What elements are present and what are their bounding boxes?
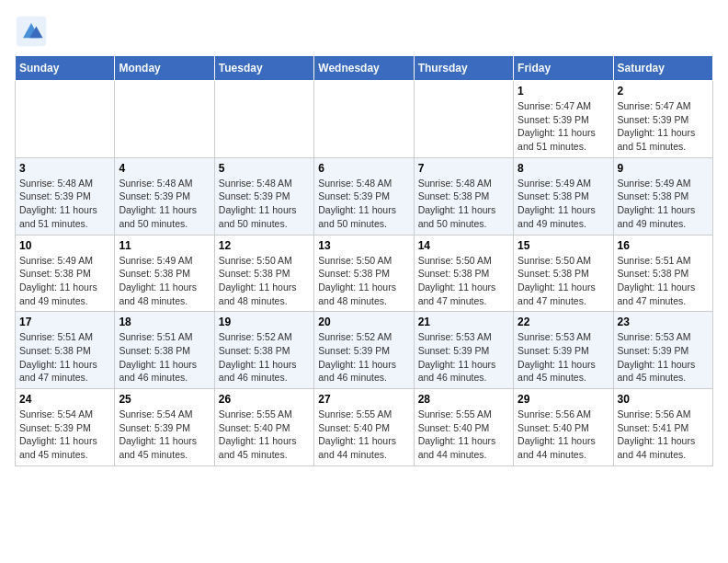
day-number: 28 xyxy=(418,393,509,406)
day-number: 27 xyxy=(318,393,409,406)
calendar-cell xyxy=(16,81,115,158)
calendar-cell: 12Sunrise: 5:50 AM Sunset: 5:38 PM Dayli… xyxy=(214,235,313,312)
calendar-cell: 16Sunrise: 5:51 AM Sunset: 5:38 PM Dayli… xyxy=(613,235,712,312)
calendar-cell: 6Sunrise: 5:48 AM Sunset: 5:39 PM Daylig… xyxy=(314,157,414,235)
calendar-week-row: 3Sunrise: 5:48 AM Sunset: 5:39 PM Daylig… xyxy=(16,157,713,235)
calendar-cell: 29Sunrise: 5:56 AM Sunset: 5:40 PM Dayli… xyxy=(514,389,613,466)
calendar-cell: 15Sunrise: 5:50 AM Sunset: 5:38 PM Dayli… xyxy=(514,235,613,312)
day-info: Sunrise: 5:48 AM Sunset: 5:39 PM Dayligh… xyxy=(318,177,409,231)
day-number: 2 xyxy=(618,85,709,98)
day-number: 3 xyxy=(19,162,110,175)
weekday-header: Monday xyxy=(115,56,214,81)
day-info: Sunrise: 5:56 AM Sunset: 5:41 PM Dayligh… xyxy=(618,408,709,462)
day-number: 29 xyxy=(518,393,609,406)
day-number: 19 xyxy=(219,316,310,328)
day-info: Sunrise: 5:52 AM Sunset: 5:38 PM Dayligh… xyxy=(219,330,310,385)
calendar-cell: 26Sunrise: 5:55 AM Sunset: 5:40 PM Dayli… xyxy=(214,389,313,466)
day-info: Sunrise: 5:48 AM Sunset: 5:39 PM Dayligh… xyxy=(119,177,210,231)
day-info: Sunrise: 5:48 AM Sunset: 5:38 PM Dayligh… xyxy=(418,177,509,231)
calendar-cell: 21Sunrise: 5:53 AM Sunset: 5:39 PM Dayli… xyxy=(414,312,513,389)
day-info: Sunrise: 5:48 AM Sunset: 5:39 PM Dayligh… xyxy=(19,177,110,231)
calendar-cell: 17Sunrise: 5:51 AM Sunset: 5:38 PM Dayli… xyxy=(16,312,115,389)
day-number: 13 xyxy=(318,239,409,252)
calendar-cell: 23Sunrise: 5:53 AM Sunset: 5:39 PM Dayli… xyxy=(613,312,712,389)
day-info: Sunrise: 5:56 AM Sunset: 5:40 PM Dayligh… xyxy=(518,408,609,462)
day-number: 23 xyxy=(618,316,709,328)
calendar-cell: 3Sunrise: 5:48 AM Sunset: 5:39 PM Daylig… xyxy=(16,157,115,235)
calendar-week-row: 1Sunrise: 5:47 AM Sunset: 5:39 PM Daylig… xyxy=(16,81,713,158)
day-number: 1 xyxy=(518,85,609,98)
day-info: Sunrise: 5:49 AM Sunset: 5:38 PM Dayligh… xyxy=(518,177,609,231)
weekday-header: Sunday xyxy=(16,56,115,81)
day-info: Sunrise: 5:49 AM Sunset: 5:38 PM Dayligh… xyxy=(618,177,709,231)
day-info: Sunrise: 5:51 AM Sunset: 5:38 PM Dayligh… xyxy=(119,330,210,385)
day-number: 4 xyxy=(119,162,210,175)
calendar-cell: 14Sunrise: 5:50 AM Sunset: 5:38 PM Dayli… xyxy=(414,235,513,312)
day-number: 21 xyxy=(418,316,509,328)
day-info: Sunrise: 5:53 AM Sunset: 5:39 PM Dayligh… xyxy=(618,330,709,385)
calendar-cell: 1Sunrise: 5:47 AM Sunset: 5:39 PM Daylig… xyxy=(514,81,613,158)
day-info: Sunrise: 5:50 AM Sunset: 5:38 PM Dayligh… xyxy=(219,254,310,308)
day-number: 8 xyxy=(518,162,609,175)
calendar-cell: 20Sunrise: 5:52 AM Sunset: 5:39 PM Dayli… xyxy=(314,312,414,389)
day-info: Sunrise: 5:51 AM Sunset: 5:38 PM Dayligh… xyxy=(19,330,110,385)
day-info: Sunrise: 5:54 AM Sunset: 5:39 PM Dayligh… xyxy=(119,408,210,462)
calendar-cell: 19Sunrise: 5:52 AM Sunset: 5:38 PM Dayli… xyxy=(214,312,313,389)
day-number: 15 xyxy=(518,239,609,252)
day-number: 14 xyxy=(418,239,509,252)
day-info: Sunrise: 5:55 AM Sunset: 5:40 PM Dayligh… xyxy=(318,408,409,462)
calendar-cell: 5Sunrise: 5:48 AM Sunset: 5:39 PM Daylig… xyxy=(214,157,313,235)
calendar-cell: 27Sunrise: 5:55 AM Sunset: 5:40 PM Dayli… xyxy=(314,389,414,466)
logo-icon xyxy=(15,15,48,48)
weekday-header: Saturday xyxy=(613,56,712,81)
day-number: 12 xyxy=(219,239,310,252)
calendar-cell: 24Sunrise: 5:54 AM Sunset: 5:39 PM Dayli… xyxy=(16,389,115,466)
weekday-header: Tuesday xyxy=(214,56,313,81)
day-number: 11 xyxy=(119,239,210,252)
calendar-cell: 13Sunrise: 5:50 AM Sunset: 5:38 PM Dayli… xyxy=(314,235,414,312)
calendar-week-row: 10Sunrise: 5:49 AM Sunset: 5:38 PM Dayli… xyxy=(16,235,713,312)
day-number: 25 xyxy=(119,393,210,406)
day-info: Sunrise: 5:47 AM Sunset: 5:39 PM Dayligh… xyxy=(618,99,709,154)
day-number: 10 xyxy=(19,239,110,252)
day-info: Sunrise: 5:50 AM Sunset: 5:38 PM Dayligh… xyxy=(318,254,409,308)
day-info: Sunrise: 5:49 AM Sunset: 5:38 PM Dayligh… xyxy=(119,254,210,308)
day-info: Sunrise: 5:47 AM Sunset: 5:39 PM Dayligh… xyxy=(518,99,609,154)
calendar-cell: 4Sunrise: 5:48 AM Sunset: 5:39 PM Daylig… xyxy=(115,157,214,235)
day-info: Sunrise: 5:49 AM Sunset: 5:38 PM Dayligh… xyxy=(19,254,110,308)
day-number: 9 xyxy=(618,162,709,175)
calendar-cell xyxy=(115,81,214,158)
calendar-cell: 28Sunrise: 5:55 AM Sunset: 5:40 PM Dayli… xyxy=(414,389,513,466)
calendar-cell: 7Sunrise: 5:48 AM Sunset: 5:38 PM Daylig… xyxy=(414,157,513,235)
day-info: Sunrise: 5:53 AM Sunset: 5:39 PM Dayligh… xyxy=(418,330,509,385)
weekday-header: Wednesday xyxy=(314,56,414,81)
calendar-week-row: 17Sunrise: 5:51 AM Sunset: 5:38 PM Dayli… xyxy=(16,312,713,389)
day-number: 22 xyxy=(518,316,609,328)
calendar-cell: 18Sunrise: 5:51 AM Sunset: 5:38 PM Dayli… xyxy=(115,312,214,389)
calendar-cell: 10Sunrise: 5:49 AM Sunset: 5:38 PM Dayli… xyxy=(16,235,115,312)
calendar-cell xyxy=(214,81,313,158)
day-number: 26 xyxy=(219,393,310,406)
day-number: 20 xyxy=(318,316,409,328)
calendar-cell: 2Sunrise: 5:47 AM Sunset: 5:39 PM Daylig… xyxy=(613,81,712,158)
day-info: Sunrise: 5:48 AM Sunset: 5:39 PM Dayligh… xyxy=(219,177,310,231)
day-number: 24 xyxy=(19,393,110,406)
day-number: 5 xyxy=(219,162,310,175)
page-header xyxy=(15,15,713,48)
day-number: 6 xyxy=(318,162,409,175)
calendar-cell: 25Sunrise: 5:54 AM Sunset: 5:39 PM Dayli… xyxy=(115,389,214,466)
calendar-cell: 8Sunrise: 5:49 AM Sunset: 5:38 PM Daylig… xyxy=(514,157,613,235)
day-number: 7 xyxy=(418,162,509,175)
day-info: Sunrise: 5:55 AM Sunset: 5:40 PM Dayligh… xyxy=(418,408,509,462)
day-number: 17 xyxy=(19,316,110,328)
day-info: Sunrise: 5:52 AM Sunset: 5:39 PM Dayligh… xyxy=(318,330,409,385)
calendar-cell xyxy=(314,81,414,158)
calendar-week-row: 24Sunrise: 5:54 AM Sunset: 5:39 PM Dayli… xyxy=(16,389,713,466)
weekday-header: Thursday xyxy=(414,56,513,81)
day-info: Sunrise: 5:50 AM Sunset: 5:38 PM Dayligh… xyxy=(518,254,609,308)
calendar-cell: 11Sunrise: 5:49 AM Sunset: 5:38 PM Dayli… xyxy=(115,235,214,312)
calendar-cell: 22Sunrise: 5:53 AM Sunset: 5:39 PM Dayli… xyxy=(514,312,613,389)
calendar-cell: 30Sunrise: 5:56 AM Sunset: 5:41 PM Dayli… xyxy=(613,389,712,466)
day-number: 30 xyxy=(618,393,709,406)
day-info: Sunrise: 5:51 AM Sunset: 5:38 PM Dayligh… xyxy=(618,254,709,308)
